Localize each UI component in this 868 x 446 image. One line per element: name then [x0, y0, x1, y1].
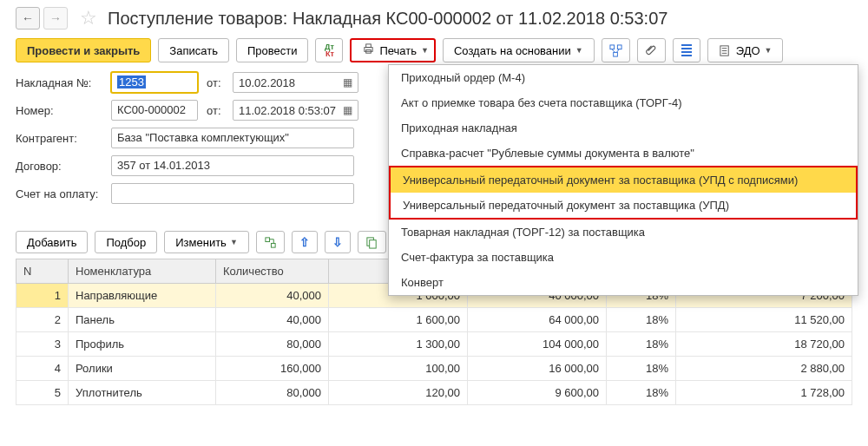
- print-menu-item[interactable]: Акт о приемке товара без счета поставщик…: [389, 90, 858, 115]
- table-row[interactable]: 2Панель40,0001 600,0064 000,0018%11 520,…: [16, 308, 852, 332]
- svg-rect-4: [617, 44, 621, 49]
- post-and-close-button[interactable]: Провести и закрыть: [16, 38, 151, 62]
- svg-rect-3: [610, 44, 615, 49]
- cell-vat[interactable]: 18%: [607, 357, 676, 381]
- print-menu-item[interactable]: Универсальный передаточный документ за п…: [391, 193, 856, 218]
- cell-price[interactable]: 120,00: [329, 381, 468, 405]
- print-menu-item[interactable]: Счет-фактура за поставщика: [389, 245, 858, 270]
- cell-n[interactable]: 5: [16, 381, 69, 405]
- cell-item[interactable]: Профиль: [69, 332, 216, 357]
- col-qty[interactable]: Количество: [216, 259, 329, 284]
- print-menu-item[interactable]: Универсальный передаточный документ за п…: [391, 167, 856, 193]
- cell-price[interactable]: 100,00: [329, 357, 468, 381]
- cell-item[interactable]: Направляющие: [69, 284, 216, 308]
- cell-vatsum[interactable]: 2 880,00: [676, 357, 852, 381]
- svg-rect-1: [366, 44, 372, 48]
- select-items-button[interactable]: Подбор: [95, 231, 157, 253]
- cell-qty[interactable]: 40,000: [216, 308, 329, 332]
- cell-qty[interactable]: 80,000: [216, 332, 329, 357]
- print-button[interactable]: Печать ▼: [350, 38, 436, 62]
- from-label: от:: [207, 104, 233, 117]
- cell-price[interactable]: 1 600,00: [329, 308, 468, 332]
- arrow-up-icon: ⇧: [299, 235, 310, 249]
- cell-item[interactable]: Панель: [69, 308, 216, 332]
- add-row-button[interactable]: Добавить: [16, 231, 88, 253]
- invoice-no-label: Накладная №:: [16, 76, 111, 89]
- printer-icon: [362, 43, 375, 58]
- svg-rect-13: [271, 243, 275, 247]
- save-button[interactable]: Записать: [158, 38, 229, 62]
- dtkt-button[interactable]: ДтКт: [315, 38, 343, 62]
- print-menu-item[interactable]: Конверт: [389, 270, 858, 295]
- chevron-down-icon: ▼: [421, 46, 429, 55]
- lines-button[interactable]: [673, 38, 700, 62]
- table-row[interactable]: 3Профиль80,0001 300,00104 000,0018%18 72…: [16, 332, 852, 357]
- cell-sum[interactable]: 9 600,00: [468, 381, 607, 405]
- attachment-button[interactable]: [637, 38, 666, 62]
- counterparty-label: Контрагент:: [16, 132, 111, 145]
- back-button[interactable]: ←: [16, 7, 40, 30]
- doc-date-input[interactable]: 11.02.2018 0:53:07 ▦: [233, 100, 358, 121]
- create-based-button[interactable]: Создать на основании ▼: [443, 38, 595, 62]
- print-dropdown: Приходный ордер (М-4) Акт о приемке това…: [388, 64, 858, 296]
- number-input[interactable]: КС00-000002: [111, 100, 198, 121]
- move-up-button[interactable]: ⇧: [292, 231, 318, 253]
- fill-icon: [264, 236, 277, 249]
- structure-button[interactable]: [602, 38, 630, 62]
- cell-item[interactable]: Уплотнитель: [69, 381, 216, 405]
- forward-button[interactable]: →: [43, 7, 68, 30]
- structure-icon: [609, 44, 622, 57]
- lines-icon: [681, 44, 692, 56]
- cell-sum[interactable]: 64 000,00: [468, 308, 607, 332]
- svg-rect-15: [369, 239, 376, 247]
- cell-sum[interactable]: 104 000,00: [468, 332, 607, 357]
- calendar-icon[interactable]: ▦: [343, 76, 352, 89]
- favorite-icon[interactable]: ☆: [80, 7, 97, 30]
- number-label: Номер:: [16, 104, 111, 117]
- table-row[interactable]: 4Ролики160,000100,0016 000,0018%2 880,00: [16, 357, 852, 381]
- paperclip-icon: [645, 44, 658, 57]
- invoice-date-input[interactable]: 10.02.2018 ▦: [233, 72, 358, 93]
- col-n[interactable]: N: [16, 259, 69, 284]
- dtkt-icon: ДтКт: [325, 43, 334, 57]
- contract-label: Договор:: [16, 160, 111, 173]
- create-based-label: Создать на основании: [454, 44, 571, 57]
- cell-price[interactable]: 1 300,00: [329, 332, 468, 357]
- bill-input[interactable]: [111, 183, 354, 204]
- cell-vat[interactable]: 18%: [607, 308, 676, 332]
- cell-n[interactable]: 1: [16, 284, 69, 308]
- svg-line-7: [616, 49, 619, 52]
- cell-qty[interactable]: 40,000: [216, 284, 329, 308]
- move-down-button[interactable]: ⇩: [325, 231, 351, 253]
- cell-item[interactable]: Ролики: [69, 357, 216, 381]
- edo-icon: [719, 44, 732, 57]
- chevron-down-icon: ▼: [575, 46, 583, 55]
- counterparty-input[interactable]: База "Поставка комплектующих": [111, 128, 354, 148]
- print-menu-item[interactable]: Справка-расчет "Рублевые суммы документа…: [389, 141, 858, 166]
- cell-n[interactable]: 2: [16, 308, 69, 332]
- print-menu-item[interactable]: Приходный ордер (М-4): [389, 65, 858, 90]
- print-menu-item[interactable]: Товарная накладная (ТОРГ-12) за поставщи…: [389, 220, 858, 245]
- cell-vat[interactable]: 18%: [607, 332, 676, 357]
- invoice-no-input[interactable]: 1253: [111, 72, 198, 93]
- cell-qty[interactable]: 80,000: [216, 381, 329, 405]
- cell-vatsum[interactable]: 18 720,00: [676, 332, 852, 357]
- copy-button[interactable]: [358, 231, 386, 253]
- copy-icon: [365, 236, 378, 249]
- post-button[interactable]: Провести: [236, 38, 309, 62]
- cell-qty[interactable]: 160,000: [216, 357, 329, 381]
- change-button[interactable]: Изменить ▼: [164, 231, 249, 253]
- table-row[interactable]: 5Уплотнитель80,000120,009 600,0018%1 728…: [16, 381, 852, 405]
- cell-n[interactable]: 3: [16, 332, 69, 357]
- cell-vat[interactable]: 18%: [607, 381, 676, 405]
- cell-sum[interactable]: 16 000,00: [468, 357, 607, 381]
- cell-vatsum[interactable]: 1 728,00: [676, 381, 852, 405]
- cell-vatsum[interactable]: 11 520,00: [676, 308, 852, 332]
- calendar-icon[interactable]: ▦: [343, 104, 352, 116]
- col-item[interactable]: Номенклатура: [69, 259, 216, 284]
- edo-button[interactable]: ЭДО ▼: [707, 38, 784, 62]
- cell-n[interactable]: 4: [16, 357, 69, 381]
- contract-input[interactable]: 357 от 14.01.2013: [111, 155, 354, 176]
- print-menu-item[interactable]: Приходная накладная: [389, 115, 858, 141]
- fill-button[interactable]: [256, 231, 285, 253]
